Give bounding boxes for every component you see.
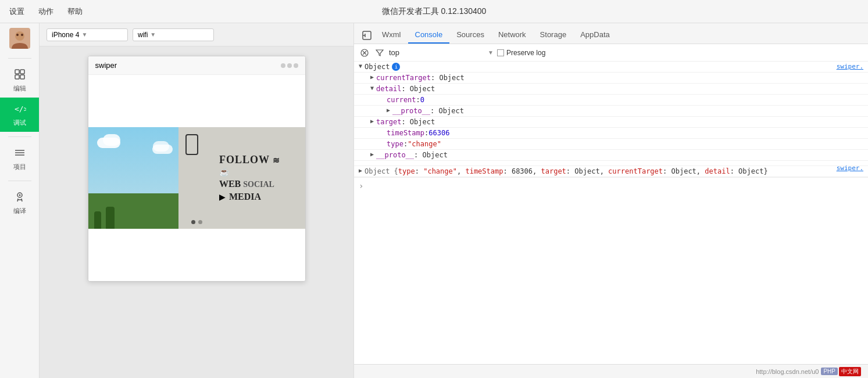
php-badge: PHP [821, 368, 838, 375]
network-selector[interactable]: wifi ▼ [133, 28, 214, 41]
sidebar-item-compile[interactable]: 编译 [0, 186, 39, 220]
project-icon [13, 146, 26, 161]
devtools-tab-storage[interactable]: Storage [533, 27, 574, 44]
preserve-log-wrap: Preserve log [497, 49, 545, 57]
chinese-badge: 中文网 [839, 367, 861, 376]
filter-dropdown-arrow[interactable]: ▼ [488, 49, 494, 56]
console-text-obj2: Object {type: "change", timeStamp: 68306… [365, 167, 768, 175]
value-type: "change" [408, 140, 441, 148]
white-area-top [88, 75, 305, 127]
swiper-image-left [88, 127, 178, 229]
debug-icon: </> [13, 102, 26, 117]
triangle-target[interactable]: ▶ [370, 118, 374, 124]
console-line-proto-root: ▶ __proto__ : Object [354, 150, 868, 161]
sidebar-item-debug[interactable]: </> 调试 [0, 98, 39, 132]
key-current: current [387, 96, 416, 104]
clear-button[interactable] [359, 47, 370, 59]
devtools-tab-sources[interactable]: Sources [449, 27, 491, 44]
svg-rect-5 [20, 70, 24, 74]
console-line-target: ▶ target : Object [354, 117, 868, 128]
svg-point-13 [19, 195, 20, 196]
network-dropdown-arrow: ▼ [150, 31, 156, 38]
svg-rect-6 [15, 75, 19, 79]
console-input[interactable] [367, 182, 863, 190]
devtools-tab-wxml[interactable]: Wxml [375, 27, 408, 44]
preserve-log-checkbox[interactable] [497, 49, 504, 56]
device-dropdown-arrow: ▼ [81, 31, 87, 38]
device-label: iPhone 4 [52, 31, 79, 39]
triangle-ct[interactable]: ▶ [370, 74, 374, 80]
sidebar-edit-label: 编辑 [13, 84, 26, 93]
phone-header: swiper [88, 56, 305, 75]
sidebar-project-label: 项目 [13, 163, 26, 171]
app-title: 微信开发者工具 0.12.130400 [382, 6, 487, 17]
avatar [9, 28, 30, 49]
console-line-detail: ▼ detail : Object [354, 84, 868, 95]
key-target: target [376, 118, 401, 126]
svg-point-1 [15, 31, 24, 41]
triangle-proto-root[interactable]: ▶ [370, 151, 374, 157]
console-output: ▼ Object i swiper. ▶ currentTarget : Obj… [354, 62, 868, 364]
triangle-obj1[interactable]: ▼ [359, 63, 362, 69]
console-line-type: type : "change" [354, 139, 868, 150]
filter-input-wrap: ▼ [389, 48, 494, 57]
preserve-log-label: Preserve log [506, 49, 545, 57]
console-line-object2: swiper. [354, 161, 868, 166]
value-current: 0 [420, 96, 424, 104]
edit-icon [13, 68, 26, 82]
console-input-line: › [354, 177, 868, 194]
triangle-obj2[interactable]: ▶ [359, 167, 362, 174]
filter-button[interactable] [374, 47, 385, 59]
devtools-tab-appdata[interactable]: AppData [573, 27, 617, 44]
menu-settings[interactable]: 设置 [9, 6, 24, 17]
console-line-proto-detail: ▶ __proto__ : Object [354, 106, 868, 117]
key-proto-root: __proto__ [376, 151, 414, 159]
phone-frame: swiper [88, 56, 306, 282]
svg-point-2 [16, 34, 19, 36]
triangle-proto-detail[interactable]: ▶ [387, 107, 390, 113]
devtools-tab-network[interactable]: Network [491, 27, 533, 44]
device-selector[interactable]: iPhone 4 ▼ [47, 28, 128, 41]
swiper-image-right: FOLLOW ≋ ☕ WEB SOCIAL ▶ MEDIA [178, 127, 305, 229]
info-badge-obj1: i [392, 63, 400, 71]
swiper-indicators [88, 220, 305, 224]
phone-dots-area [281, 63, 298, 68]
swiper-ref-1[interactable]: swiper. [837, 63, 863, 70]
swiper-area[interactable]: FOLLOW ≋ ☕ WEB SOCIAL ▶ MEDIA [88, 127, 305, 229]
devtools-tab-console[interactable]: Console [408, 27, 450, 44]
key-type: type [387, 140, 403, 148]
phone-title: swiper [95, 61, 117, 70]
console-line-object1: ▼ Object i swiper. [354, 62, 868, 73]
svg-rect-4 [15, 70, 19, 74]
sidebar-item-edit[interactable]: 编辑 [0, 63, 39, 98]
console-line-currenttarget: ▶ currentTarget : Object [354, 73, 868, 84]
network-label: wifi [138, 31, 148, 39]
devtools-tab-icon[interactable] [359, 27, 375, 44]
menu-help[interactable]: 帮助 [67, 6, 83, 17]
compile-icon [13, 190, 26, 205]
devtools-toolbar: ▼ Preserve log [354, 44, 868, 62]
white-area-bottom [88, 229, 305, 281]
key-detail: detail [376, 85, 401, 93]
svg-rect-7 [20, 75, 24, 79]
filter-input[interactable] [389, 48, 485, 57]
svg-point-3 [21, 34, 23, 36]
triangle-detail[interactable]: ▼ [370, 85, 374, 91]
menu-actions[interactable]: 动作 [38, 6, 53, 17]
sidebar-compile-label: 编译 [13, 207, 26, 215]
bottom-url: http://blog.csdn.net/u0 [756, 368, 819, 375]
sidebar-item-project[interactable]: 项目 [0, 142, 39, 176]
console-line-timestamp: timeStamp : 66306 [354, 128, 868, 139]
svg-text:</>: </> [15, 105, 26, 113]
bottom-bar: http://blog.csdn.net/u0 PHP 中文网 [354, 364, 868, 378]
key-timestamp: timeStamp [387, 129, 424, 137]
console-prompt-icon: › [359, 181, 363, 190]
key-ct: currentTarget [376, 74, 431, 82]
console-line-object2-content: ▶ Object {type: "change", timeStamp: 683… [354, 166, 868, 177]
swiper-ref-2[interactable]: swiper. [837, 164, 863, 172]
console-line-current: current : 0 [354, 95, 868, 106]
console-text-obj1: Object [365, 63, 390, 71]
key-proto-detail: __proto__ [392, 107, 430, 115]
devtools-tabs: Wxml Console Sources Network Storage App… [354, 23, 868, 44]
sidebar-debug-label: 调试 [13, 118, 26, 127]
